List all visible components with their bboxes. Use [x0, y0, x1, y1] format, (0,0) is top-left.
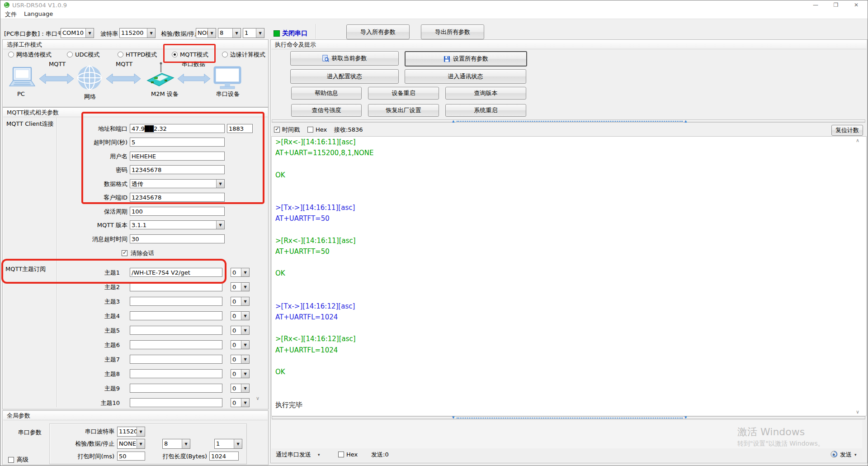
topic3-qos-select[interactable]: 0▼: [231, 297, 250, 306]
send-button[interactable]: 发送: [840, 451, 852, 458]
topic7-qos-select[interactable]: 0▼: [231, 355, 250, 364]
topic3-input[interactable]: [130, 297, 222, 306]
chevron-down-icon[interactable]: ▼: [241, 326, 249, 334]
radio-mqtt-label[interactable]: MQTT模式: [180, 51, 208, 58]
query-version-button[interactable]: 查询版本: [445, 87, 526, 100]
scroll-down-icon[interactable]: ∨: [256, 395, 259, 401]
chevron-down-icon[interactable]: ▼: [232, 29, 241, 38]
get-params-button[interactable]: 获取当前参数: [290, 51, 399, 66]
data-format-select[interactable]: 透传▼: [130, 179, 225, 188]
chevron-down-icon[interactable]: ▼: [241, 283, 249, 291]
chevron-down-icon[interactable]: ▼: [216, 221, 224, 229]
topic5-qos-select[interactable]: 0▼: [231, 326, 250, 335]
minimize-icon[interactable]: —: [809, 1, 822, 9]
topic9-input[interactable]: [130, 384, 222, 393]
radio-edge-mode[interactable]: [222, 52, 228, 57]
topic6-qos-select[interactable]: 0▼: [231, 340, 250, 349]
topic4-qos-select[interactable]: 0▼: [231, 311, 250, 320]
log-splitter[interactable]: ▲ ▲: [272, 119, 865, 123]
username-input[interactable]: [130, 152, 225, 161]
set-params-button[interactable]: 设置所有参数: [405, 51, 527, 67]
radio-edge-label[interactable]: 边缘计算模式: [230, 51, 265, 58]
help-button[interactable]: 帮助信息: [291, 87, 362, 100]
global-parity-select[interactable]: NONE▼: [117, 439, 145, 449]
export-all-button[interactable]: 导出所有参数: [421, 24, 484, 39]
chevron-down-icon[interactable]: ▼: [241, 399, 249, 407]
mqtt-version-select[interactable]: 3.1.1▼: [130, 220, 225, 229]
topic6-input[interactable]: [130, 340, 222, 349]
chevron-down-icon[interactable]: ▼: [241, 312, 249, 320]
topic1-input[interactable]: [130, 268, 222, 277]
chevron-down-icon[interactable]: ▼: [234, 439, 242, 448]
chevron-down-icon[interactable]: ▼: [241, 355, 249, 363]
keepalive-input[interactable]: [130, 207, 225, 216]
topic1-qos-select[interactable]: 0▼: [231, 268, 250, 277]
parity-select[interactable]: NONI▼: [196, 28, 216, 38]
topic8-input[interactable]: [130, 369, 222, 378]
chevron-down-icon[interactable]: ▼: [137, 427, 145, 436]
topic10-input[interactable]: [130, 398, 222, 407]
timeout-input[interactable]: [130, 138, 225, 147]
pack-len-input[interactable]: [209, 452, 239, 461]
msg-timeout-input[interactable]: [130, 234, 225, 243]
signal-strength-button[interactable]: 查信号强度: [291, 104, 362, 117]
reset-count-button[interactable]: 复位计数: [831, 125, 863, 136]
enter-config-button[interactable]: 进入配置状态: [290, 69, 399, 84]
send-splitter[interactable]: ▼ ▼: [272, 416, 865, 419]
chevron-down-icon[interactable]: ▼: [147, 29, 155, 38]
radio-httpd-mode[interactable]: [118, 52, 123, 57]
chevron-down-icon[interactable]: ▼: [241, 370, 249, 378]
import-all-button[interactable]: 导入所有参数: [346, 24, 410, 39]
chevron-down-icon[interactable]: ▼: [241, 297, 249, 305]
chevron-down-icon[interactable]: ▼: [182, 439, 190, 448]
global-stopbits-select[interactable]: 1▼: [214, 439, 242, 449]
password-input[interactable]: [130, 165, 225, 174]
close-icon[interactable]: ✕: [849, 1, 863, 9]
radio-udc-label[interactable]: UDC模式: [75, 51, 100, 58]
chevron-down-icon[interactable]: ▼: [85, 29, 94, 38]
scroll-down-icon[interactable]: ∨: [856, 409, 859, 415]
chevron-down-icon[interactable]: ▾: [854, 452, 857, 457]
scroll-up-icon[interactable]: ∧: [856, 138, 859, 143]
hex-rx-checkbox[interactable]: [307, 127, 313, 133]
chevron-down-icon[interactable]: ▼: [241, 341, 249, 349]
radio-transparent-label[interactable]: 网络透传模式: [16, 51, 52, 58]
log-area[interactable]: >[Rx<-][14:16:11][asc] AT+UART=115200,8,…: [271, 136, 867, 416]
radio-httpd-label[interactable]: HTTPD模式: [126, 51, 157, 58]
port-input[interactable]: [227, 124, 253, 133]
global-databits-select[interactable]: 8▼: [162, 439, 190, 449]
radio-udc-mode[interactable]: [67, 52, 73, 57]
close-serial-button[interactable]: 关闭串口: [282, 29, 307, 38]
chevron-down-icon[interactable]: ▼: [208, 29, 216, 38]
system-reboot-button[interactable]: 系统重启: [445, 104, 526, 117]
topic2-input[interactable]: [130, 282, 222, 291]
chevron-down-icon[interactable]: ▼: [256, 29, 264, 38]
timestamp-checkbox[interactable]: [274, 127, 280, 133]
radio-transparent-mode[interactable]: [8, 52, 14, 57]
addr-input[interactable]: [130, 124, 225, 133]
topic5-input[interactable]: [130, 326, 222, 335]
chevron-down-icon[interactable]: ▾: [318, 452, 320, 457]
global-baud-select[interactable]: 115200▼: [117, 427, 145, 437]
menu-file[interactable]: 文件: [5, 10, 17, 19]
chevron-down-icon[interactable]: ▼: [241, 268, 249, 276]
clientid-input[interactable]: [130, 193, 225, 202]
factory-reset-button[interactable]: 恢复出厂设置: [368, 104, 439, 117]
chevron-down-icon[interactable]: ▼: [216, 180, 224, 188]
topic7-input[interactable]: [130, 355, 222, 364]
clear-session-checkbox[interactable]: [122, 250, 127, 256]
topic2-qos-select[interactable]: 0▼: [231, 282, 250, 291]
stopbits-select[interactable]: 1▼: [243, 28, 264, 38]
radio-mqtt-mode[interactable]: [172, 52, 178, 57]
send-via-serial-select[interactable]: 通过串口发送: [276, 451, 311, 458]
topic8-qos-select[interactable]: 0▼: [231, 369, 250, 378]
device-reboot-button[interactable]: 设备重启: [368, 87, 439, 100]
pack-time-input[interactable]: [117, 452, 145, 461]
hex-tx-checkbox[interactable]: [338, 452, 344, 457]
menu-language[interactable]: Language: [24, 10, 53, 17]
restore-icon[interactable]: ❐: [829, 1, 843, 9]
advanced-checkbox[interactable]: [8, 457, 14, 463]
topic4-input[interactable]: [130, 311, 222, 320]
topic10-qos-select[interactable]: 0▼: [231, 398, 250, 407]
baud-select[interactable]: 115200▼: [119, 28, 156, 38]
